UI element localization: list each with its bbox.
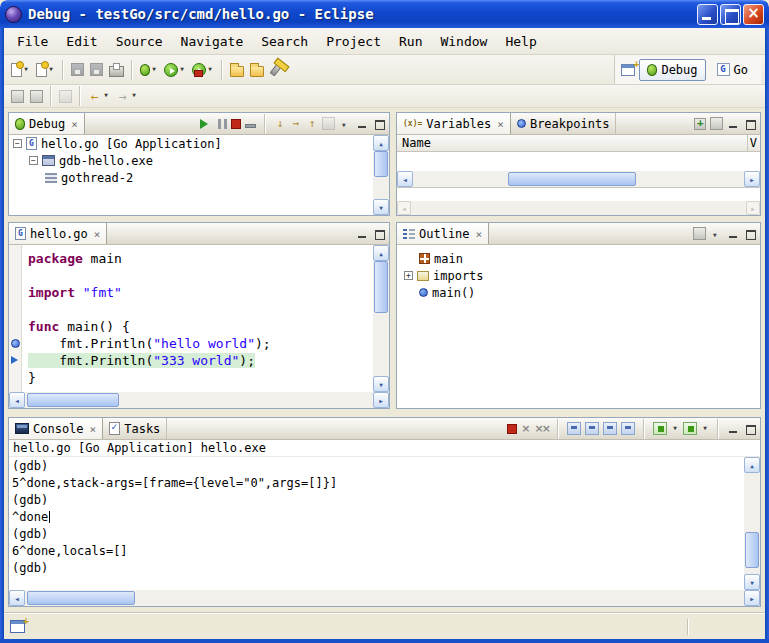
tab-close-icon[interactable]: [92, 227, 101, 241]
word-wrap-icon[interactable]: [603, 422, 617, 435]
editor-horizontal-scrollbar[interactable]: [9, 392, 389, 408]
scroll-right-icon[interactable]: [744, 171, 760, 187]
drop-to-frame-icon[interactable]: [322, 117, 335, 130]
tab-hello-go[interactable]: hello.go: [9, 223, 107, 244]
view-menu-icon[interactable]: [339, 118, 352, 130]
tab-breakpoints[interactable]: Breakpoints: [511, 113, 616, 134]
collapse-all-icon[interactable]: [710, 117, 723, 130]
skip-all-breakpoints-button[interactable]: [8, 84, 27, 108]
resume-icon[interactable]: [200, 119, 213, 129]
menu-file[interactable]: File: [8, 31, 57, 52]
new-wizard-button[interactable]: [8, 58, 33, 82]
tab-outline[interactable]: Outline: [397, 223, 489, 244]
expander-icon[interactable]: [404, 271, 413, 280]
console-output[interactable]: (gdb) 5^done,stack-args=[frame={level="0…: [9, 457, 744, 590]
close-button[interactable]: [743, 4, 764, 25]
external-tools-button[interactable]: [189, 58, 217, 82]
view-menu-icon[interactable]: [710, 228, 723, 240]
minimize-button[interactable]: [697, 4, 718, 25]
code-area[interactable]: package main import "fmt" func main() { …: [23, 245, 373, 392]
maximize-view-icon[interactable]: [373, 228, 386, 240]
open-file-button[interactable]: [247, 58, 267, 82]
perspective-go-button[interactable]: Go: [710, 59, 755, 81]
terminate-console-icon[interactable]: [507, 424, 517, 434]
fast-view-icon[interactable]: [10, 620, 25, 633]
scroll-up-icon[interactable]: [373, 135, 389, 151]
menu-run[interactable]: Run: [390, 31, 431, 52]
add-variable-icon[interactable]: [694, 118, 706, 130]
scroll-lock-icon[interactable]: [585, 422, 599, 435]
variables-horizontal-scrollbar[interactable]: [397, 171, 760, 187]
minimize-view-icon[interactable]: [727, 423, 740, 435]
tab-close-icon[interactable]: [88, 422, 97, 436]
back-button[interactable]: [85, 84, 113, 108]
terminate-icon[interactable]: [231, 119, 241, 129]
scroll-down-icon[interactable]: [373, 199, 389, 215]
menu-window[interactable]: Window: [431, 31, 496, 52]
editor-vertical-scrollbar[interactable]: [373, 245, 389, 392]
last-edit-location-button[interactable]: [56, 84, 75, 108]
scroll-down-icon[interactable]: [373, 376, 389, 392]
debug-launch-dropdown-icon[interactable]: [150, 63, 158, 77]
print-button[interactable]: [106, 58, 127, 82]
scroll-left-icon[interactable]: [397, 171, 413, 187]
debug-tree-item-process[interactable]: gdb-hello.exe: [9, 152, 373, 169]
scroll-up-icon[interactable]: [373, 245, 389, 261]
tab-tasks[interactable]: Tasks: [103, 418, 167, 439]
step-into-icon[interactable]: [274, 117, 286, 131]
pin-console-icon[interactable]: [621, 422, 635, 435]
scroll-up-icon[interactable]: [744, 457, 760, 473]
debug-vertical-scrollbar[interactable]: [373, 135, 389, 215]
open-console-dropdown-icon[interactable]: [701, 422, 709, 436]
minimize-view-icon[interactable]: [727, 118, 740, 130]
forward-dropdown-icon[interactable]: [130, 89, 138, 103]
external-tools-dropdown-icon[interactable]: [206, 63, 214, 77]
display-console-icon[interactable]: [653, 422, 667, 435]
open-folder-button[interactable]: [227, 58, 247, 82]
tab-console[interactable]: Console: [9, 418, 103, 439]
expander-icon[interactable]: [29, 156, 38, 165]
variables-column-header[interactable]: Name V: [397, 135, 760, 152]
run-launch-dropdown-icon[interactable]: [178, 63, 186, 77]
breakpoint-marker-icon[interactable]: [11, 339, 20, 348]
menu-edit[interactable]: Edit: [57, 31, 106, 52]
open-console-icon[interactable]: [683, 422, 697, 435]
console-horizontal-scrollbar[interactable]: [9, 590, 760, 606]
debug-tree-item-launch[interactable]: hello.go [Go Application]: [9, 135, 373, 152]
save-all-button[interactable]: [87, 58, 106, 82]
disconnect-icon[interactable]: [245, 124, 256, 128]
scroll-down-icon[interactable]: [744, 574, 760, 590]
sort-icon[interactable]: [693, 227, 706, 240]
maximize-button[interactable]: [720, 4, 741, 25]
forward-button[interactable]: [113, 84, 141, 108]
back-dropdown-icon[interactable]: [102, 89, 110, 103]
scrollbar-thumb[interactable]: [27, 591, 135, 605]
maximize-view-icon[interactable]: [744, 423, 757, 435]
expander-icon[interactable]: [13, 139, 22, 148]
minimize-view-icon[interactable]: [727, 228, 740, 240]
variables-list[interactable]: [397, 152, 760, 171]
save-button[interactable]: [68, 58, 87, 82]
maximize-view-icon[interactable]: [744, 118, 757, 130]
display-console-dropdown-icon[interactable]: [671, 422, 679, 436]
tab-close-icon[interactable]: [495, 117, 504, 131]
minimize-view-icon[interactable]: [356, 228, 369, 240]
new-file-button[interactable]: [33, 58, 58, 82]
scrollbar-thumb[interactable]: [508, 172, 636, 186]
open-perspective-icon[interactable]: [621, 64, 635, 76]
menu-project[interactable]: Project: [317, 31, 390, 52]
tab-close-icon[interactable]: [474, 227, 483, 241]
menu-help[interactable]: Help: [496, 31, 545, 52]
tab-close-icon[interactable]: [69, 117, 78, 131]
scroll-left-icon[interactable]: [9, 590, 25, 606]
console-vertical-scrollbar[interactable]: [744, 457, 760, 590]
scroll-right-icon[interactable]: [744, 590, 760, 606]
debug-tree-item-thread[interactable]: gothread-2: [9, 169, 373, 186]
perspective-debug-button[interactable]: Debug: [639, 59, 705, 81]
menu-source[interactable]: Source: [107, 31, 172, 52]
toggle-mark-occurrences-button[interactable]: [27, 84, 46, 108]
menu-search[interactable]: Search: [252, 31, 317, 52]
outline-item-function[interactable]: main(): [397, 284, 760, 301]
titlebar[interactable]: Debug - testGo/src/cmd/hello.go - Eclips…: [0, 0, 769, 28]
scroll-right-icon[interactable]: [373, 392, 389, 408]
